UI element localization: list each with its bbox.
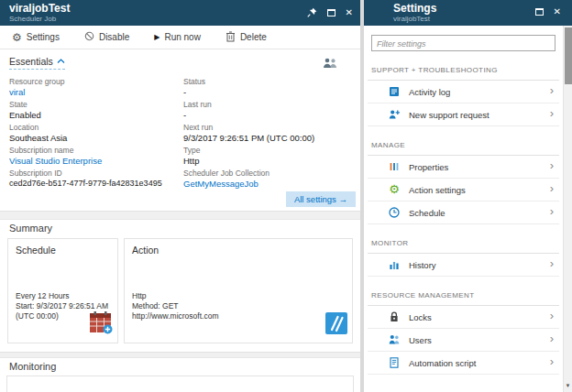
field-label: Location: [9, 123, 180, 132]
subscription-name-link[interactable]: Visual Studio Enterprise: [9, 156, 180, 166]
settings-label: Settings: [27, 32, 60, 42]
settings-item-automation-script[interactable]: Automation script ›: [368, 352, 559, 375]
item-label: Activity log: [409, 87, 450, 97]
status-value: -: [183, 87, 356, 97]
field-label: Subscription name: [9, 146, 180, 155]
type-value: Http: [183, 156, 356, 166]
section-divider: [0, 211, 360, 220]
subscription-id-value: ced2d76e-b517-477f-9779-fa42831e3495: [9, 179, 180, 189]
action-tile-icon: [324, 311, 348, 339]
monitoring-lens: Monitoring: [0, 358, 360, 392]
schedule-card-title: Schedule: [16, 245, 56, 256]
play-icon: ▶: [154, 33, 160, 42]
settings-item-history[interactable]: History ›: [368, 254, 559, 277]
delete-label: Delete: [240, 32, 267, 42]
item-label: Properties: [409, 162, 448, 172]
field-label: Next run: [183, 123, 356, 132]
item-label: History: [409, 260, 436, 270]
blade-header-controls: ✕: [535, 7, 561, 16]
field-job-collection: Scheduler Job Collection GetMyMessageJob: [183, 169, 356, 189]
activity-log-icon: [388, 85, 401, 98]
support-request-icon: [388, 108, 401, 121]
settings-subtitle: viraljobTest: [393, 15, 430, 23]
scrollbar-thumb[interactable]: [565, 27, 572, 84]
section-divider: [0, 352, 360, 358]
action-method: Method: GET: [132, 301, 218, 311]
delete-button[interactable]: Delete: [226, 31, 267, 44]
field-next-run: Next run 9/3/2017 9:26:51 PM (UTC 00:00): [183, 123, 356, 143]
job-blade: viraljobTest Scheduler Job ✕ ⚙ Settings …: [0, 0, 360, 392]
field-label: Type: [183, 146, 356, 155]
disable-label: Disable: [99, 32, 129, 42]
monitoring-heading: Monitoring: [9, 361, 56, 372]
item-label: Users: [409, 335, 432, 345]
settings-item-new-support-request[interactable]: New support request ›: [368, 103, 559, 126]
field-subscription-name: Subscription name Visual Studio Enterpri…: [9, 146, 180, 166]
action-card-details: Http Method: GET http://www.microsoft.co…: [132, 291, 218, 321]
settings-button[interactable]: ⚙ Settings: [12, 32, 60, 43]
field-label: Last run: [183, 100, 356, 109]
scroll-down-icon[interactable]: ▼: [564, 380, 572, 392]
summary-lens: Summary Schedule Every 12 Hours Start: 9…: [0, 220, 360, 352]
settings-item-action-settings[interactable]: ⚙ Action settings ›: [368, 179, 559, 201]
state-value: Enabled: [9, 110, 180, 120]
field-label: Scheduler Job Collection: [183, 169, 356, 178]
essentials-right-column: Status - Last run - Next run 9/3/2017 9:…: [183, 77, 356, 191]
schedule-recurrence: Every 12 Hours: [16, 291, 108, 301]
close-icon[interactable]: ✕: [346, 8, 353, 17]
schedule-card[interactable]: Schedule Every 12 Hours Start: 9/3/2017 …: [7, 238, 118, 343]
field-location: Location Southeast Asia: [9, 123, 180, 143]
field-label: Status: [183, 77, 356, 86]
settings-blade-header: Settings viraljobTest ✕: [364, 0, 572, 26]
close-icon[interactable]: ✕: [554, 7, 561, 16]
item-label: New support request: [409, 110, 490, 120]
run-now-label: Run now: [164, 32, 200, 42]
action-url: http://www.microsoft.com: [132, 311, 218, 321]
azure-portal: viraljobTest Scheduler Job ✕ ⚙ Settings …: [0, 0, 572, 392]
location-value: Southeast Asia: [9, 133, 180, 143]
field-type: Type Http: [183, 146, 356, 166]
settings-title: Settings: [393, 2, 436, 15]
action-settings-icon: ⚙: [388, 183, 401, 196]
blade-title: viraljobTest: [9, 2, 70, 15]
section-heading-manage: MANAGE: [371, 141, 563, 150]
action-card[interactable]: Action Http Method: GET http://www.micro…: [124, 238, 353, 343]
resource-group-link[interactable]: viral: [9, 87, 180, 97]
field-last-run: Last run -: [183, 100, 356, 120]
filter-settings-input[interactable]: [371, 35, 556, 51]
chevron-right-icon: ›: [550, 204, 554, 218]
maximize-icon[interactable]: [327, 9, 336, 16]
maximize-icon[interactable]: [535, 8, 544, 16]
field-subscription-id: Subscription ID ced2d76e-b517-477f-9779-…: [9, 169, 180, 189]
chevron-right-icon: ›: [550, 256, 554, 270]
command-bar: ⚙ Settings Disable ▶ Run now Delete: [0, 26, 360, 49]
settings-item-properties[interactable]: Properties ›: [368, 156, 559, 179]
monitoring-card[interactable]: [6, 376, 354, 392]
blade-subtitle: Scheduler Job: [9, 15, 56, 23]
chevron-up-icon: [57, 59, 65, 64]
chevron-right-icon: ›: [550, 106, 554, 120]
disable-button[interactable]: Disable: [84, 31, 129, 43]
users-icon: [388, 333, 401, 346]
pin-icon[interactable]: [307, 7, 317, 17]
settings-item-locks[interactable]: Locks ›: [368, 306, 559, 329]
field-resource-group: Resource group viral: [9, 77, 180, 97]
settings-item-activity-log[interactable]: Activity log ›: [368, 81, 559, 103]
essentials-toggle[interactable]: Essentials: [9, 56, 65, 70]
run-now-button[interactable]: ▶ Run now: [154, 32, 201, 42]
settings-item-schedule[interactable]: Schedule ›: [368, 201, 559, 224]
settings-item-users[interactable]: Users ›: [368, 329, 559, 352]
job-collection-link[interactable]: GetMyMessageJob: [183, 179, 356, 189]
field-state: State Enabled: [9, 100, 180, 120]
gear-icon: ⚙: [12, 32, 22, 43]
item-label: Locks: [409, 312, 432, 322]
action-type: Http: [132, 291, 218, 301]
users-roles-icon[interactable]: [323, 56, 338, 72]
scrollbar[interactable]: ▼: [563, 26, 572, 392]
essentials-left-column: Resource group viral State Enabled Locat…: [9, 77, 180, 191]
next-run-value: 9/3/2017 9:26:51 PM (UTC 00:00): [183, 133, 356, 143]
item-label: Automation script: [409, 358, 476, 368]
all-settings-button[interactable]: All settings →: [286, 191, 356, 207]
item-label: Schedule: [409, 208, 446, 218]
field-label: Resource group: [9, 77, 180, 86]
